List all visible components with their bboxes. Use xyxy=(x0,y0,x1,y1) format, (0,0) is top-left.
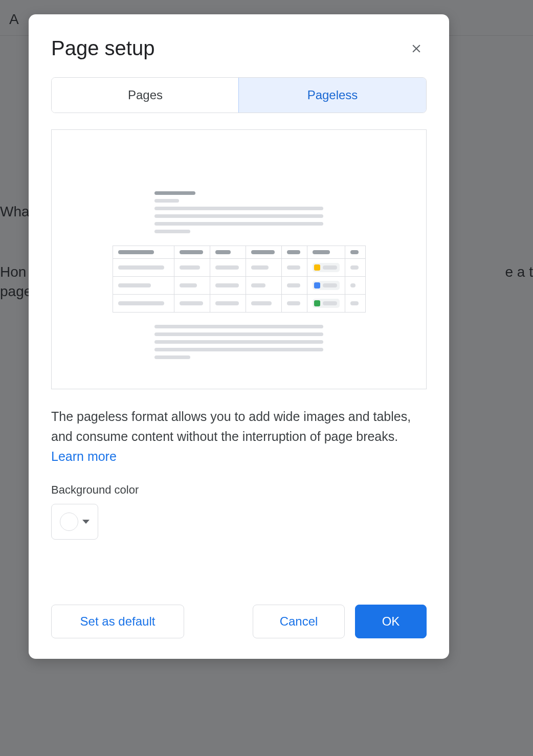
dialog-header: Page setup xyxy=(51,37,427,60)
bg-color-picker[interactable] xyxy=(51,504,98,540)
preview-paragraph-top xyxy=(154,191,323,233)
set-default-button[interactable]: Set as default xyxy=(51,605,184,638)
color-swatch xyxy=(60,513,78,531)
tab-pages[interactable]: Pages xyxy=(52,78,239,113)
chevron-down-icon xyxy=(82,520,90,524)
bg-color-label: Background color xyxy=(51,483,427,497)
close-button[interactable] xyxy=(406,38,427,59)
pageless-description: The pageless format allows you to add wi… xyxy=(51,407,427,466)
description-text: The pageless format allows you to add wi… xyxy=(51,409,411,443)
dialog-title: Page setup xyxy=(51,37,154,60)
format-tabs: Pages Pageless xyxy=(51,77,427,113)
pageless-preview xyxy=(51,129,427,389)
dialog-footer: Set as default Cancel OK xyxy=(51,605,427,638)
cancel-button[interactable]: Cancel xyxy=(253,605,345,638)
preview-paragraph-bottom xyxy=(154,325,323,359)
ok-button[interactable]: OK xyxy=(355,605,427,638)
tab-pageless[interactable]: Pageless xyxy=(238,77,427,113)
page-setup-dialog: Page setup Pages Pageless xyxy=(29,14,449,659)
learn-more-link[interactable]: Learn more xyxy=(51,449,117,463)
preview-table xyxy=(113,246,366,313)
close-icon xyxy=(410,42,423,55)
